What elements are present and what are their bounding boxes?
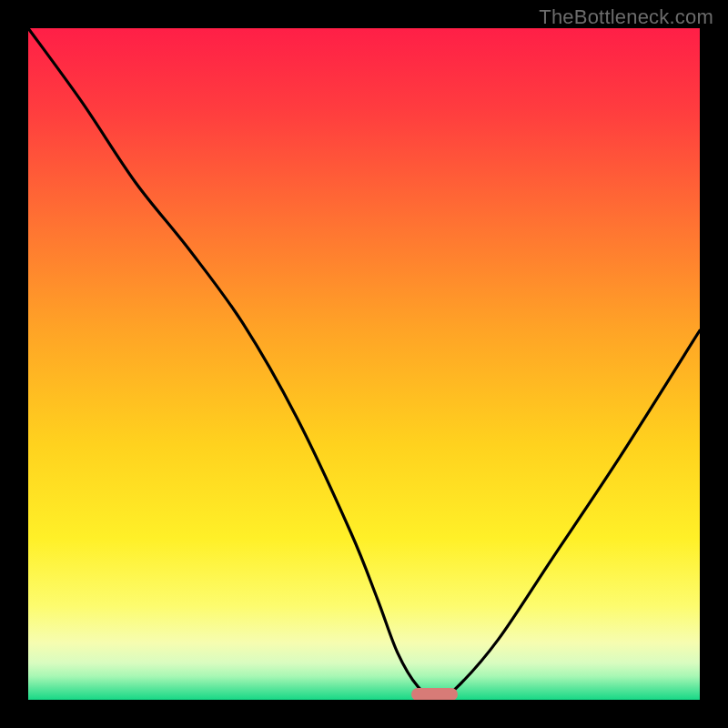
chart-frame: TheBottleneck.com [0,0,728,728]
bottleneck-curve [28,28,700,700]
plot-area [28,28,700,700]
attribution-text: TheBottleneck.com [539,5,713,29]
optimal-range-marker [411,688,459,700]
